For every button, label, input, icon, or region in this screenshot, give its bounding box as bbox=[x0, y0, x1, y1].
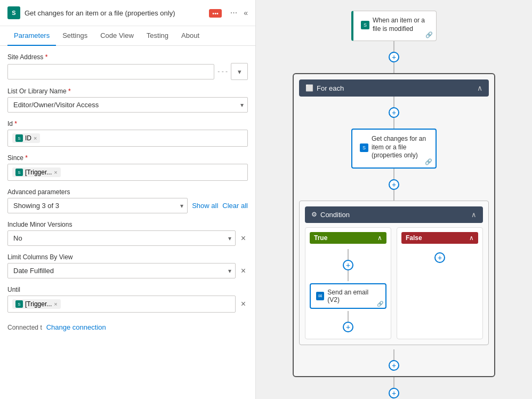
since-tag-input[interactable]: S [Trigger... × bbox=[7, 164, 248, 181]
foreach-collapse-button[interactable]: ∧ bbox=[477, 84, 482, 92]
tab-testing[interactable]: Testing bbox=[140, 26, 175, 46]
site-address-dropdown[interactable]: ▾ bbox=[231, 63, 248, 80]
more-options-button[interactable]: ••• bbox=[207, 7, 224, 19]
header-icon: S bbox=[7, 6, 20, 19]
until-tag-label: [Trigger... bbox=[25, 300, 52, 308]
collapse-panel-button[interactable]: « bbox=[244, 9, 248, 17]
trigger-title: When an item or a file is modified bbox=[373, 17, 429, 33]
limit-cols-select-wrapper: Date Fulfilled ▾ bbox=[7, 263, 236, 278]
email-link-icon: 🔗 bbox=[377, 301, 383, 307]
foreach-header: ⬜ For each ∧ bbox=[299, 79, 489, 97]
until-input-wrap: S [Trigger... × bbox=[7, 296, 236, 313]
include-minor-field: Include Minor Versions No ▾ × bbox=[7, 221, 248, 246]
header-actions: ••• ··· « bbox=[207, 7, 248, 19]
tab-settings[interactable]: Settings bbox=[56, 26, 94, 46]
include-minor-select[interactable]: No bbox=[7, 230, 236, 246]
list-library-select[interactable]: Editor/Owner/Visitor Access bbox=[7, 97, 248, 113]
condition-header: ⚙ Condition ∧ bbox=[305, 206, 483, 223]
trigger-link-icon: 🔗 bbox=[425, 31, 433, 38]
connector-inner-line-2b bbox=[393, 190, 394, 201]
tab-code-view[interactable]: Code View bbox=[94, 26, 140, 46]
change-connection-button[interactable]: Change connection bbox=[46, 323, 106, 331]
false-branch-add: + bbox=[434, 252, 445, 263]
id-label: Id bbox=[7, 120, 248, 127]
showing-select[interactable]: Showing 3 of 3 bbox=[7, 198, 188, 213]
action-node: S Get changes for an item or a file (pro… bbox=[351, 129, 437, 169]
foreach-title: For each bbox=[317, 84, 344, 92]
connector-1: + bbox=[389, 41, 399, 73]
true-branch-collapse[interactable]: ∧ bbox=[377, 234, 382, 242]
action-icon: S bbox=[360, 143, 368, 152]
email-node[interactable]: ✉ Send an email (V2) 🔗 bbox=[310, 283, 386, 309]
foreach-title-wrap: ⬜ For each bbox=[305, 84, 344, 92]
site-address-sep: - - - bbox=[217, 68, 228, 75]
until-tag-input[interactable]: S [Trigger... × bbox=[7, 296, 236, 313]
trigger-node: S When an item or a file is modified 🔗 bbox=[351, 11, 437, 41]
since-field: Since S [Trigger... × bbox=[7, 154, 248, 181]
limit-cols-remove-button[interactable]: × bbox=[239, 264, 248, 278]
trigger-icon: S bbox=[361, 21, 369, 29]
panel-title: Get changes for an item or a file (prope… bbox=[25, 9, 203, 17]
true-connector-2: + bbox=[343, 311, 353, 332]
advanced-params-row: Showing 3 of 3 ▾ Show all Clear all bbox=[7, 198, 248, 213]
bottom-add-button[interactable]: + bbox=[389, 388, 399, 398]
connector-inner-line-1b bbox=[393, 118, 394, 129]
condition-container: ⚙ Condition ∧ True ∧ + bbox=[299, 201, 489, 345]
id-tag-remove[interactable]: × bbox=[34, 135, 37, 141]
limit-cols-label: Limit Columns By View bbox=[7, 253, 248, 261]
until-field: Until S [Trigger... × × bbox=[7, 286, 248, 313]
tabs-bar: Parameters Settings Code View Testing Ab… bbox=[0, 26, 255, 46]
tab-about[interactable]: About bbox=[175, 26, 206, 46]
false-branch-collapse[interactable]: ∧ bbox=[469, 234, 474, 242]
until-row: S [Trigger... × × bbox=[7, 296, 248, 313]
id-field: Id S ID × bbox=[7, 120, 248, 147]
until-remove-button[interactable]: × bbox=[239, 297, 248, 311]
action-box[interactable]: S Get changes for an item or a file (pro… bbox=[351, 129, 437, 169]
foreach-icon: ⬜ bbox=[305, 84, 313, 92]
site-address-input[interactable] bbox=[7, 64, 214, 79]
add-step-inner-button[interactable]: + bbox=[389, 107, 399, 118]
flow-canvas: S When an item or a file is modified 🔗 +… bbox=[287, 11, 501, 398]
condition-collapse-button[interactable]: ∧ bbox=[471, 211, 477, 219]
form-body: Site Address - - - ▾ List Or Library Nam… bbox=[0, 46, 255, 323]
true-add-button-2[interactable]: + bbox=[343, 322, 353, 332]
email-icon: ✉ bbox=[316, 292, 324, 300]
until-tag-remove[interactable]: × bbox=[54, 301, 57, 307]
false-label: False bbox=[406, 234, 422, 242]
advanced-params-section: Advanced parameters Showing 3 of 3 ▾ Sho… bbox=[7, 188, 248, 213]
right-panel: S When an item or a file is modified 🔗 +… bbox=[256, 0, 532, 399]
trigger-box[interactable]: S When an item or a file is modified 🔗 bbox=[351, 11, 437, 41]
bottom-connector: + bbox=[389, 377, 399, 398]
until-label: Until bbox=[7, 286, 248, 293]
limit-cols-select[interactable]: Date Fulfilled bbox=[7, 263, 236, 278]
action-header: S Get changes for an item or a file (pro… bbox=[360, 135, 428, 160]
connector-inner-line-2 bbox=[393, 169, 394, 179]
clear-all-button[interactable]: Clear all bbox=[222, 202, 248, 210]
showing-select-wrapper: Showing 3 of 3 ▾ bbox=[7, 198, 188, 213]
tab-parameters[interactable]: Parameters bbox=[7, 26, 56, 46]
id-tag-icon: S bbox=[15, 134, 23, 142]
id-tag: S ID × bbox=[12, 133, 40, 143]
show-all-button[interactable]: Show all bbox=[192, 202, 218, 210]
trigger-header: S When an item or a file is modified bbox=[361, 17, 429, 33]
add-step-button-1[interactable]: + bbox=[389, 52, 399, 62]
true-add-button[interactable]: + bbox=[343, 260, 353, 270]
id-tag-input[interactable]: S ID × bbox=[7, 130, 248, 147]
include-minor-remove-button[interactable]: × bbox=[239, 232, 248, 245]
list-library-label: List Or Library Name bbox=[7, 87, 248, 95]
include-minor-label: Include Minor Versions bbox=[7, 221, 248, 228]
email-title: Send an email (V2) bbox=[327, 289, 380, 304]
false-add-button[interactable]: + bbox=[434, 252, 445, 263]
panel-header: S Get changes for an item or a file (pro… bbox=[0, 0, 255, 26]
foreach-container: ⬜ For each ∧ + S Get changes for an item… bbox=[293, 73, 495, 377]
extra-options-button[interactable]: ··· bbox=[228, 7, 239, 19]
foreach-bottom-add-button[interactable]: + bbox=[389, 360, 399, 371]
since-label: Since bbox=[7, 154, 248, 162]
condition-title-wrap: ⚙ Condition bbox=[311, 211, 350, 219]
include-minor-row: No ▾ × bbox=[7, 230, 248, 246]
include-minor-select-wrapper: No ▾ bbox=[7, 230, 236, 246]
bottom-connector-line bbox=[393, 377, 394, 388]
add-step-inner-button-2[interactable]: + bbox=[389, 179, 399, 190]
since-tag-remove[interactable]: × bbox=[54, 169, 57, 175]
condition-icon: ⚙ bbox=[311, 211, 317, 218]
